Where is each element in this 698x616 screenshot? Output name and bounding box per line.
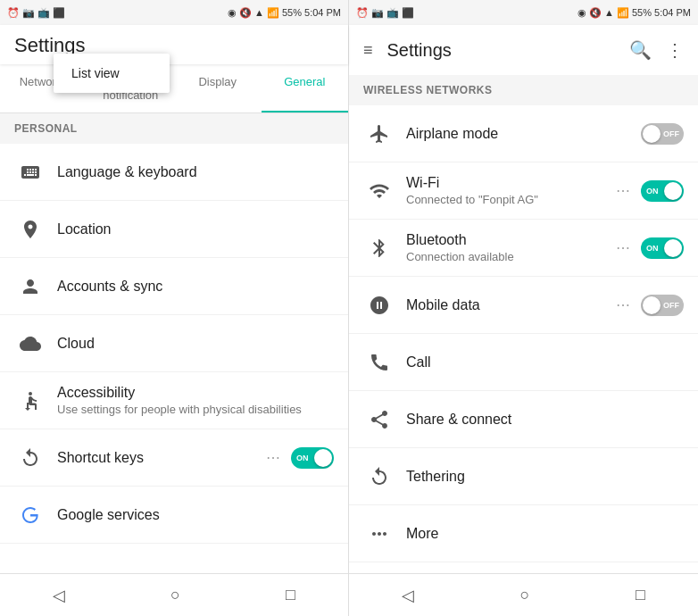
shortcut-keys-title: Shortcut keys <box>57 450 262 466</box>
bluetooth-icon <box>363 237 395 259</box>
bluetooth-status-icon-r: ◉ <box>578 7 586 19</box>
screen2-icon: ⬛ <box>53 7 65 19</box>
list-view-popup[interactable]: List view <box>54 54 170 93</box>
screen-icon: 📺 <box>37 7 50 19</box>
airplane-mode-title: Airplane mode <box>406 126 641 142</box>
person-icon <box>14 276 46 297</box>
list-view-item[interactable]: List view <box>54 54 170 93</box>
tab-general[interactable]: General <box>262 64 349 112</box>
wifi-subtitle: Connected to "Fonpit AG" <box>406 193 612 206</box>
accessibility-subtitle: Use settings for people with physical di… <box>57 403 334 416</box>
mobile-data-dots-menu[interactable]: ⋯ <box>612 293 634 317</box>
cloud-title: Cloud <box>57 336 334 352</box>
share-connect-title: Share & connect <box>406 412 684 428</box>
header-icons: 🔍 ⋮ <box>629 39 684 61</box>
bluetooth-dots-menu[interactable]: ⋯ <box>612 236 634 260</box>
right-status-icons: ⏰ 📷 📺 ⬛ <box>356 7 414 19</box>
mobile-data-toggle[interactable]: OFF <box>641 295 684 316</box>
left-app-header: Settings <box>0 25 348 64</box>
right-app-header: ≡ Settings 🔍 ⋮ <box>349 25 698 75</box>
search-icon[interactable]: 🔍 <box>629 39 652 61</box>
more-title: More <box>406 526 684 542</box>
back-button-right[interactable]: ◁ <box>384 579 432 612</box>
home-button-right[interactable]: ○ <box>503 579 548 612</box>
wifi-dots-menu[interactable]: ⋯ <box>612 179 634 203</box>
mute-icon: 🔇 <box>239 7 252 19</box>
location-icon <box>14 219 46 240</box>
right-status-bar: ⏰ 📷 📺 ⬛ ◉ 🔇 ▲ 📶 55% 5:04 PM <box>349 0 698 25</box>
settings-item-wifi[interactable]: Wi-Fi Connected to "Fonpit AG" ⋯ ON <box>349 162 698 220</box>
shortcut-icon <box>14 447 46 469</box>
google-services-title: Google services <box>57 507 334 523</box>
left-status-right: ◉ 🔇 ▲ 📶 55% 5:04 PM <box>228 7 341 19</box>
settings-item-accounts-sync[interactable]: Accounts & sync <box>0 258 348 315</box>
wireless-section-header: WIRELESS NETWORKS <box>349 75 698 105</box>
right-app-title: Settings <box>387 40 615 61</box>
settings-item-bluetooth[interactable]: Bluetooth Connection available ⋯ ON <box>349 220 698 277</box>
photo-icon-r: 📷 <box>371 7 384 19</box>
settings-item-language-keyboard[interactable]: Language & keyboard <box>0 144 348 201</box>
accessibility-title: Accessibility <box>57 385 334 401</box>
airplane-mode-toggle[interactable]: OFF <box>641 123 684 145</box>
tethering-icon <box>363 466 395 487</box>
left-status-bar: ⏰ 📷 📺 ⬛ ◉ 🔇 ▲ 📶 55% 5:04 PM <box>0 0 348 25</box>
google-icon <box>14 504 46 526</box>
bluetooth-title: Bluetooth <box>406 232 612 248</box>
call-title: Call <box>406 354 684 370</box>
screen-icon-r: 📺 <box>386 7 399 19</box>
settings-item-airplane-mode[interactable]: Airplane mode OFF <box>349 105 698 162</box>
shortcut-dots-menu[interactable]: ⋯ <box>262 445 284 470</box>
tab-display[interactable]: Display <box>174 64 262 112</box>
settings-item-tethering[interactable]: Tethering <box>349 448 698 505</box>
battery-percent-left: 55% <box>282 7 302 18</box>
home-button-left[interactable]: ○ <box>153 579 198 612</box>
call-icon <box>363 352 395 373</box>
right-status-right: ◉ 🔇 ▲ 📶 55% 5:04 PM <box>578 7 691 19</box>
settings-item-accessibility[interactable]: Accessibility Use settings for people wi… <box>0 372 348 429</box>
more-vert-icon[interactable]: ⋮ <box>666 39 684 61</box>
signal-icon: 📶 <box>267 7 279 19</box>
more-icon <box>363 523 395 545</box>
accounts-sync-title: Accounts & sync <box>57 279 334 295</box>
location-title: Location <box>57 221 334 237</box>
settings-item-cloud[interactable]: Cloud <box>0 315 348 372</box>
wifi-status-icon: ▲ <box>254 7 264 18</box>
svg-point-0 <box>29 392 32 395</box>
recent-button-left[interactable]: □ <box>268 579 313 612</box>
back-button-left[interactable]: ◁ <box>35 579 83 612</box>
keyboard-icon <box>14 162 46 183</box>
recent-button-right[interactable]: □ <box>618 579 663 612</box>
hamburger-icon[interactable]: ≡ <box>363 41 373 60</box>
settings-item-shortcut-keys[interactable]: Shortcut keys ⋯ ON <box>0 429 348 487</box>
settings-item-location[interactable]: Location <box>0 201 348 258</box>
photo-icon: 📷 <box>22 7 35 19</box>
time-right: 5:04 PM <box>654 7 691 18</box>
left-bottom-nav: ◁ ○ □ <box>0 573 348 616</box>
share-icon <box>363 409 395 430</box>
settings-item-mobile-data[interactable]: Mobile data ⋯ OFF <box>349 277 698 334</box>
accessibility-icon <box>14 390 46 412</box>
left-settings-list: Language & keyboard Location Accounts & … <box>0 144 348 573</box>
settings-item-google-services[interactable]: Google services <box>0 487 348 544</box>
bluetooth-status-icon: ◉ <box>228 7 237 19</box>
right-bottom-nav: ◁ ○ □ <box>349 573 698 616</box>
mobile-data-icon <box>363 295 395 316</box>
left-status-icons: ⏰ 📷 📺 ⬛ <box>7 7 65 19</box>
personal-section-header: PERSONAL <box>0 113 348 144</box>
airplane-icon <box>363 123 395 145</box>
cloud-icon <box>14 333 46 354</box>
screen2-icon-r: ⬛ <box>402 7 414 19</box>
wifi-toggle[interactable]: ON <box>641 180 684 202</box>
right-settings-list: Airplane mode OFF Wi-Fi Connected to "Fo… <box>349 105 698 573</box>
wifi-icon <box>363 180 395 202</box>
tethering-title: Tethering <box>406 469 684 485</box>
time-left: 5:04 PM <box>304 7 341 18</box>
settings-item-more[interactable]: More <box>349 505 698 562</box>
settings-item-call[interactable]: Call <box>349 334 698 391</box>
shortcut-keys-toggle[interactable]: ON <box>291 447 334 469</box>
settings-item-share-connect[interactable]: Share & connect <box>349 391 698 448</box>
language-keyboard-title: Language & keyboard <box>57 164 334 180</box>
left-panel: ⏰ 📷 📺 ⬛ ◉ 🔇 ▲ 📶 55% 5:04 PM Settings Lis… <box>0 0 349 616</box>
wifi-title: Wi-Fi <box>406 175 612 191</box>
bluetooth-toggle[interactable]: ON <box>641 237 684 259</box>
